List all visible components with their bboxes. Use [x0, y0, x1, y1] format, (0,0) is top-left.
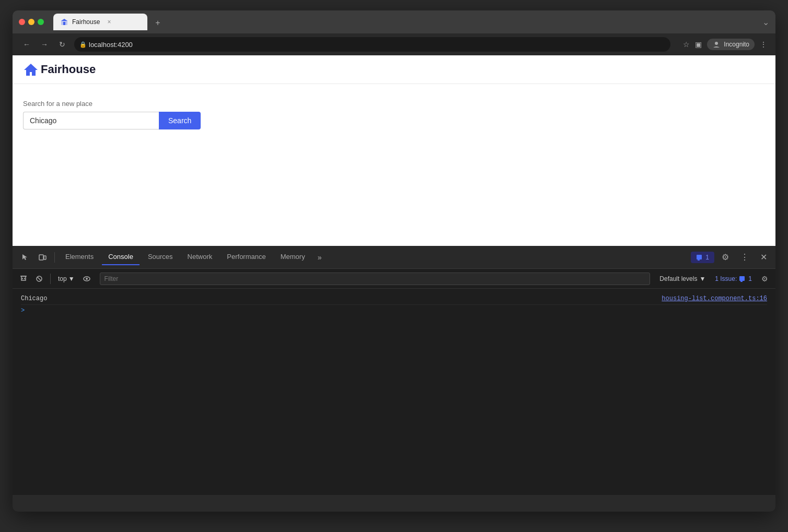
- svg-point-16: [86, 278, 88, 280]
- minimize-button[interactable]: [28, 19, 34, 25]
- devtools-tab-elements[interactable]: Elements: [59, 250, 100, 265]
- devtools-tab-console[interactable]: Console: [102, 250, 140, 265]
- traffic-lights: [19, 19, 44, 25]
- search-button[interactable]: Search: [159, 112, 201, 129]
- svg-point-3: [715, 42, 718, 45]
- browser-window: Fairhouse × + ⌄ ← → ↻ 🔒 localhost:4200 ☆…: [13, 10, 775, 512]
- devtools-more-icon[interactable]: ⋮: [736, 250, 753, 264]
- svg-marker-4: [24, 64, 38, 76]
- new-tab-button[interactable]: +: [150, 16, 165, 30]
- block-icon[interactable]: [32, 272, 46, 286]
- split-view-icon[interactable]: ▣: [695, 40, 702, 49]
- console-settings-icon[interactable]: ⚙: [758, 274, 771, 284]
- incognito-label: Incognito: [724, 41, 749, 48]
- devtools-close-icon[interactable]: ✕: [756, 250, 771, 264]
- console-filter-input[interactable]: [100, 273, 651, 285]
- console-output: Chicago housing-list.component.ts:16 >: [13, 289, 775, 321]
- toolbar-separator: [54, 252, 55, 263]
- devtools-toolbar: Elements Console Sources Network Perform…: [13, 246, 775, 269]
- maximize-button[interactable]: [38, 19, 44, 25]
- search-label: Search for a new place: [23, 100, 765, 108]
- console-issues-icon: [739, 276, 746, 282]
- tab-favicon: [61, 18, 68, 26]
- tab-close-icon[interactable]: ×: [107, 18, 111, 26]
- active-tab[interactable]: Fairhouse ×: [53, 14, 147, 30]
- svg-marker-1: [61, 19, 67, 21]
- logo-icon: [23, 62, 39, 77]
- svg-rect-8: [698, 259, 700, 261]
- page-content: Fairhouse Search for a new place Search: [13, 55, 775, 246]
- url-display: localhost:4200: [89, 41, 133, 49]
- address-bar: ← → ↻ 🔒 localhost:4200 ☆ ▣ Incognito ⋮: [13, 33, 775, 55]
- reload-button[interactable]: ↻: [56, 40, 68, 49]
- console-toolbar: top ▼ Default levels ▼ 1 Issue:: [13, 269, 775, 289]
- issues-badge[interactable]: 1: [691, 252, 714, 263]
- log-levels-selector[interactable]: Default levels ▼: [656, 274, 709, 283]
- devtools-tab-sources[interactable]: Sources: [142, 250, 179, 265]
- console-prompt[interactable]: >: [21, 305, 767, 316]
- address-field[interactable]: 🔒 localhost:4200: [74, 37, 670, 52]
- live-expressions-icon[interactable]: [80, 272, 94, 286]
- window-controls[interactable]: ⌄: [762, 17, 769, 27]
- tab-bar: Fairhouse × +: [53, 14, 758, 30]
- svg-rect-6: [44, 256, 46, 259]
- devtools-tab-memory[interactable]: Memory: [274, 250, 311, 265]
- console-log-text: Chicago: [21, 295, 47, 302]
- tab-title: Fairhouse: [72, 18, 100, 26]
- toolbar-right: ☆ ▣ Incognito ⋮: [683, 39, 767, 50]
- console-issues-count[interactable]: 1 Issue: 1: [711, 274, 756, 283]
- more-tabs-button[interactable]: »: [314, 251, 326, 264]
- bookmark-icon[interactable]: ☆: [683, 40, 690, 49]
- devtools-toolbar-right: 1 ⚙ ⋮ ✕: [691, 250, 771, 264]
- back-button[interactable]: ←: [21, 40, 32, 49]
- console-log-entry: Chicago housing-list.component.ts:16: [21, 293, 767, 305]
- page-header: Fairhouse: [13, 55, 775, 84]
- svg-rect-17: [739, 276, 745, 281]
- svg-line-14: [38, 277, 41, 280]
- logo-text: Fairhouse: [41, 63, 96, 76]
- element-picker-icon[interactable]: [17, 250, 32, 265]
- title-bar: Fairhouse × + ⌄: [13, 10, 775, 33]
- svg-marker-9: [21, 276, 26, 280]
- console-separator: [50, 274, 51, 284]
- forward-button[interactable]: →: [39, 40, 50, 49]
- incognito-button[interactable]: Incognito: [707, 39, 755, 50]
- page-body: Search for a new place Search: [13, 84, 775, 145]
- svg-rect-5: [39, 255, 43, 260]
- more-options-icon[interactable]: ⋮: [760, 40, 767, 49]
- close-button[interactable]: [19, 19, 25, 25]
- console-log-source[interactable]: housing-list.component.ts:16: [662, 295, 767, 302]
- devtools-tab-performance[interactable]: Performance: [221, 250, 272, 265]
- svg-rect-7: [697, 255, 702, 259]
- svg-rect-18: [740, 281, 743, 282]
- svg-rect-2: [63, 22, 65, 25]
- context-selector[interactable]: top ▼: [55, 274, 78, 283]
- device-toolbar-icon[interactable]: [34, 250, 50, 265]
- security-icon: 🔒: [79, 41, 87, 48]
- issues-icon: [696, 254, 703, 261]
- incognito-icon: [712, 40, 721, 49]
- devtools-panel: Elements Console Sources Network Perform…: [13, 246, 775, 495]
- search-form: Search: [23, 112, 765, 129]
- logo: Fairhouse: [23, 62, 96, 77]
- search-input[interactable]: [23, 112, 159, 129]
- devtools-tab-network[interactable]: Network: [181, 250, 219, 265]
- clear-console-icon[interactable]: [17, 272, 30, 286]
- devtools-settings-icon[interactable]: ⚙: [717, 250, 733, 264]
